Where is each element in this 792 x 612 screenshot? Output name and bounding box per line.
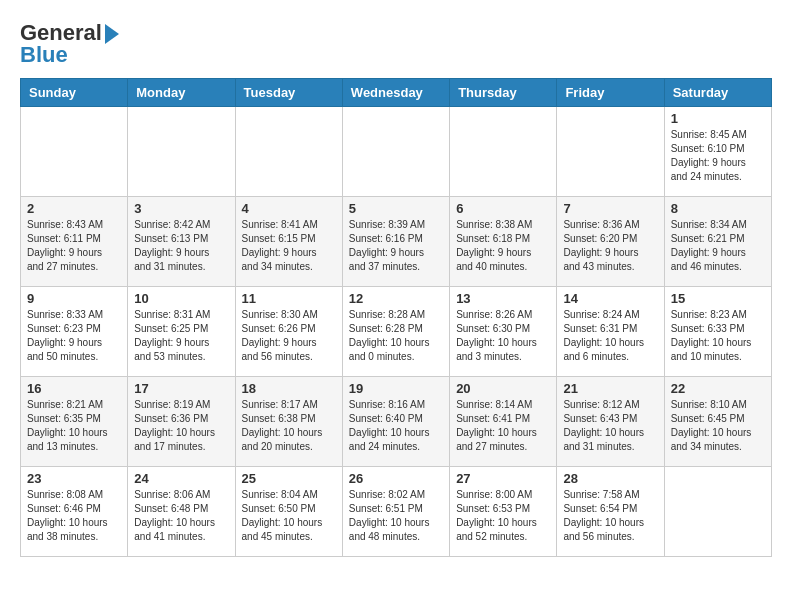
day-number: 25: [242, 471, 336, 486]
calendar-cell: 17Sunrise: 8:19 AM Sunset: 6:36 PM Dayli…: [128, 377, 235, 467]
calendar-cell: 25Sunrise: 8:04 AM Sunset: 6:50 PM Dayli…: [235, 467, 342, 557]
calendar-cell: [557, 107, 664, 197]
day-number: 23: [27, 471, 121, 486]
logo-arrow-icon: [105, 24, 119, 44]
day-number: 18: [242, 381, 336, 396]
day-number: 20: [456, 381, 550, 396]
day-info: Sunrise: 8:36 AM Sunset: 6:20 PM Dayligh…: [563, 218, 657, 274]
day-number: 2: [27, 201, 121, 216]
day-info: Sunrise: 7:58 AM Sunset: 6:54 PM Dayligh…: [563, 488, 657, 544]
day-info: Sunrise: 8:04 AM Sunset: 6:50 PM Dayligh…: [242, 488, 336, 544]
calendar-cell: 5Sunrise: 8:39 AM Sunset: 6:16 PM Daylig…: [342, 197, 449, 287]
day-number: 9: [27, 291, 121, 306]
calendar-header-row: SundayMondayTuesdayWednesdayThursdayFrid…: [21, 79, 772, 107]
logo-blue: Blue: [20, 42, 68, 68]
day-info: Sunrise: 8:00 AM Sunset: 6:53 PM Dayligh…: [456, 488, 550, 544]
calendar-cell: [450, 107, 557, 197]
day-header-monday: Monday: [128, 79, 235, 107]
day-number: 19: [349, 381, 443, 396]
calendar-week-row: 2Sunrise: 8:43 AM Sunset: 6:11 PM Daylig…: [21, 197, 772, 287]
calendar-cell: 10Sunrise: 8:31 AM Sunset: 6:25 PM Dayli…: [128, 287, 235, 377]
calendar-cell: [235, 107, 342, 197]
day-info: Sunrise: 8:31 AM Sunset: 6:25 PM Dayligh…: [134, 308, 228, 364]
day-info: Sunrise: 8:30 AM Sunset: 6:26 PM Dayligh…: [242, 308, 336, 364]
logo: General Blue: [20, 20, 119, 68]
calendar-cell: 13Sunrise: 8:26 AM Sunset: 6:30 PM Dayli…: [450, 287, 557, 377]
day-number: 26: [349, 471, 443, 486]
day-info: Sunrise: 8:14 AM Sunset: 6:41 PM Dayligh…: [456, 398, 550, 454]
day-number: 5: [349, 201, 443, 216]
calendar-cell: 28Sunrise: 7:58 AM Sunset: 6:54 PM Dayli…: [557, 467, 664, 557]
day-info: Sunrise: 8:39 AM Sunset: 6:16 PM Dayligh…: [349, 218, 443, 274]
day-number: 1: [671, 111, 765, 126]
day-info: Sunrise: 8:28 AM Sunset: 6:28 PM Dayligh…: [349, 308, 443, 364]
day-info: Sunrise: 8:10 AM Sunset: 6:45 PM Dayligh…: [671, 398, 765, 454]
calendar-cell: 4Sunrise: 8:41 AM Sunset: 6:15 PM Daylig…: [235, 197, 342, 287]
calendar-cell: 23Sunrise: 8:08 AM Sunset: 6:46 PM Dayli…: [21, 467, 128, 557]
calendar-cell: 27Sunrise: 8:00 AM Sunset: 6:53 PM Dayli…: [450, 467, 557, 557]
day-info: Sunrise: 8:21 AM Sunset: 6:35 PM Dayligh…: [27, 398, 121, 454]
day-number: 13: [456, 291, 550, 306]
day-header-thursday: Thursday: [450, 79, 557, 107]
calendar-cell: 11Sunrise: 8:30 AM Sunset: 6:26 PM Dayli…: [235, 287, 342, 377]
calendar-cell: [342, 107, 449, 197]
day-header-friday: Friday: [557, 79, 664, 107]
calendar-cell: 16Sunrise: 8:21 AM Sunset: 6:35 PM Dayli…: [21, 377, 128, 467]
calendar-cell: [21, 107, 128, 197]
calendar-cell: 21Sunrise: 8:12 AM Sunset: 6:43 PM Dayli…: [557, 377, 664, 467]
day-info: Sunrise: 8:26 AM Sunset: 6:30 PM Dayligh…: [456, 308, 550, 364]
calendar-cell: 3Sunrise: 8:42 AM Sunset: 6:13 PM Daylig…: [128, 197, 235, 287]
day-info: Sunrise: 8:43 AM Sunset: 6:11 PM Dayligh…: [27, 218, 121, 274]
calendar-cell: 2Sunrise: 8:43 AM Sunset: 6:11 PM Daylig…: [21, 197, 128, 287]
calendar-cell: 12Sunrise: 8:28 AM Sunset: 6:28 PM Dayli…: [342, 287, 449, 377]
day-info: Sunrise: 8:17 AM Sunset: 6:38 PM Dayligh…: [242, 398, 336, 454]
day-number: 27: [456, 471, 550, 486]
calendar-cell: 1Sunrise: 8:45 AM Sunset: 6:10 PM Daylig…: [664, 107, 771, 197]
calendar-cell: 8Sunrise: 8:34 AM Sunset: 6:21 PM Daylig…: [664, 197, 771, 287]
day-info: Sunrise: 8:06 AM Sunset: 6:48 PM Dayligh…: [134, 488, 228, 544]
day-info: Sunrise: 8:12 AM Sunset: 6:43 PM Dayligh…: [563, 398, 657, 454]
calendar-cell: 9Sunrise: 8:33 AM Sunset: 6:23 PM Daylig…: [21, 287, 128, 377]
day-info: Sunrise: 8:38 AM Sunset: 6:18 PM Dayligh…: [456, 218, 550, 274]
day-number: 28: [563, 471, 657, 486]
day-number: 21: [563, 381, 657, 396]
calendar-cell: 14Sunrise: 8:24 AM Sunset: 6:31 PM Dayli…: [557, 287, 664, 377]
calendar-cell: 20Sunrise: 8:14 AM Sunset: 6:41 PM Dayli…: [450, 377, 557, 467]
calendar-week-row: 16Sunrise: 8:21 AM Sunset: 6:35 PM Dayli…: [21, 377, 772, 467]
day-number: 15: [671, 291, 765, 306]
day-number: 22: [671, 381, 765, 396]
day-header-saturday: Saturday: [664, 79, 771, 107]
day-info: Sunrise: 8:45 AM Sunset: 6:10 PM Dayligh…: [671, 128, 765, 184]
calendar-week-row: 1Sunrise: 8:45 AM Sunset: 6:10 PM Daylig…: [21, 107, 772, 197]
day-header-tuesday: Tuesday: [235, 79, 342, 107]
day-info: Sunrise: 8:42 AM Sunset: 6:13 PM Dayligh…: [134, 218, 228, 274]
calendar-cell: 26Sunrise: 8:02 AM Sunset: 6:51 PM Dayli…: [342, 467, 449, 557]
calendar-week-row: 23Sunrise: 8:08 AM Sunset: 6:46 PM Dayli…: [21, 467, 772, 557]
calendar-cell: 7Sunrise: 8:36 AM Sunset: 6:20 PM Daylig…: [557, 197, 664, 287]
day-info: Sunrise: 8:34 AM Sunset: 6:21 PM Dayligh…: [671, 218, 765, 274]
day-info: Sunrise: 8:16 AM Sunset: 6:40 PM Dayligh…: [349, 398, 443, 454]
day-info: Sunrise: 8:08 AM Sunset: 6:46 PM Dayligh…: [27, 488, 121, 544]
calendar-cell: 19Sunrise: 8:16 AM Sunset: 6:40 PM Dayli…: [342, 377, 449, 467]
day-header-wednesday: Wednesday: [342, 79, 449, 107]
day-info: Sunrise: 8:24 AM Sunset: 6:31 PM Dayligh…: [563, 308, 657, 364]
day-info: Sunrise: 8:41 AM Sunset: 6:15 PM Dayligh…: [242, 218, 336, 274]
day-number: 24: [134, 471, 228, 486]
day-number: 10: [134, 291, 228, 306]
day-number: 7: [563, 201, 657, 216]
day-number: 14: [563, 291, 657, 306]
day-info: Sunrise: 8:23 AM Sunset: 6:33 PM Dayligh…: [671, 308, 765, 364]
day-info: Sunrise: 8:33 AM Sunset: 6:23 PM Dayligh…: [27, 308, 121, 364]
calendar-cell: 24Sunrise: 8:06 AM Sunset: 6:48 PM Dayli…: [128, 467, 235, 557]
calendar-cell: 6Sunrise: 8:38 AM Sunset: 6:18 PM Daylig…: [450, 197, 557, 287]
calendar-cell: 22Sunrise: 8:10 AM Sunset: 6:45 PM Dayli…: [664, 377, 771, 467]
calendar-week-row: 9Sunrise: 8:33 AM Sunset: 6:23 PM Daylig…: [21, 287, 772, 377]
day-number: 3: [134, 201, 228, 216]
day-info: Sunrise: 8:19 AM Sunset: 6:36 PM Dayligh…: [134, 398, 228, 454]
day-info: Sunrise: 8:02 AM Sunset: 6:51 PM Dayligh…: [349, 488, 443, 544]
day-number: 12: [349, 291, 443, 306]
calendar-table: SundayMondayTuesdayWednesdayThursdayFrid…: [20, 78, 772, 557]
calendar-cell: [664, 467, 771, 557]
day-header-sunday: Sunday: [21, 79, 128, 107]
day-number: 8: [671, 201, 765, 216]
